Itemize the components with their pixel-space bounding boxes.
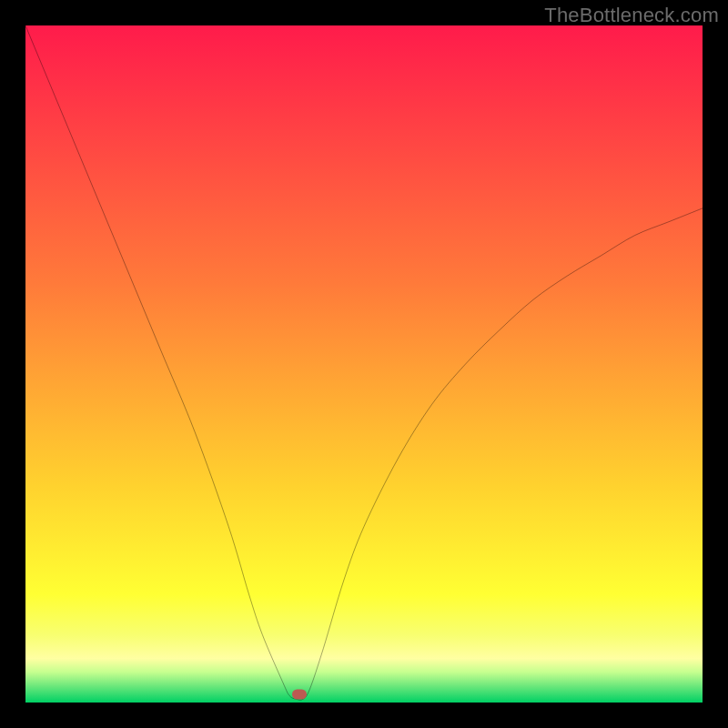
optimal-point-marker xyxy=(292,690,307,700)
plot-area xyxy=(25,25,703,703)
watermark-text: TheBottleneck.com xyxy=(544,4,719,27)
chart-frame: TheBottleneck.com xyxy=(0,0,728,728)
bottleneck-curve xyxy=(25,25,703,703)
